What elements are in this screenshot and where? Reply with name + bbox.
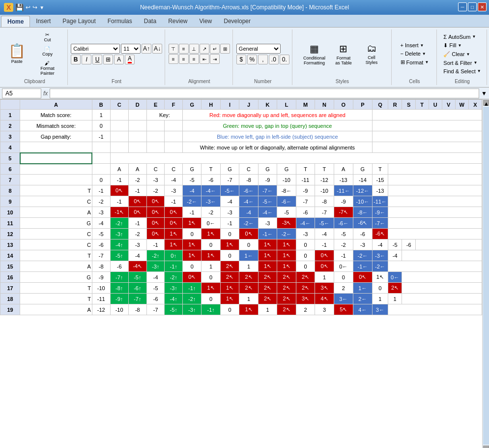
currency-button[interactable]: $ (236, 55, 246, 64)
tab-view[interactable]: View (193, 16, 218, 27)
table-row: 16 G -9 -7↑ -5↑ -4 -2↑ 0↖ 0 2↖ 2↖ 2↖ 2↖ … (0, 272, 482, 283)
format-painter-icon: 🖌 (45, 60, 50, 66)
font-size-select[interactable]: 11 (121, 44, 141, 54)
grid-scroll-area[interactable]: A B C D E F G H I J K L M N O P Q (0, 99, 482, 448)
tab-data[interactable]: Data (138, 16, 162, 27)
table-row: 8 T -1 0↖ -1 -2 -3 -4 -4← -5← -6← -7← -8… (0, 185, 482, 196)
group-clipboard: 📋 Paste ✂ Cut 📄 Copy 🖌 (2, 30, 68, 85)
table-row: 12 C -5 -3↑ -2 0↖ 1↖ 0 1↖ 0 0↖ -1← -2← -… (0, 229, 482, 239)
clear-icon: 🧹 (443, 51, 450, 58)
merge-button[interactable]: ⊞ (220, 44, 230, 54)
maximize-button[interactable]: □ (468, 2, 477, 11)
paste-button[interactable]: 📋 Paste (5, 39, 29, 69)
fill-color-button[interactable]: A (114, 55, 124, 64)
group-font: Calibri 11 A↑ A↓ B I U ⊞ A (69, 30, 165, 85)
copy-button[interactable]: 📄 Copy (30, 45, 64, 58)
fill-button[interactable]: ⬇ Fill ▼ (441, 41, 483, 50)
format-button[interactable]: ⊞ Format ▼ (398, 58, 431, 66)
number-format-select[interactable]: General (236, 44, 281, 54)
format-table-icon: ⊞ (339, 43, 347, 55)
font-color-button[interactable]: A (125, 55, 135, 64)
table-row: 9 C -2 -1 0↖ 0↖ -1 -2← -3← -4 -4← -5← -6… (0, 196, 482, 207)
tab-review[interactable]: Review (162, 16, 193, 27)
cell-reference-input[interactable] (2, 89, 41, 98)
middle-align-button[interactable]: ≡ (179, 44, 189, 54)
group-number: General $ % , .0 0. Number (234, 30, 292, 85)
increase-decimal-button[interactable]: .0 (269, 55, 279, 64)
sum-button[interactable]: Σ AutoSum ▼ (441, 33, 483, 41)
table-row: 1 Match score: 1 Key: Red: move diagonal… (0, 110, 482, 120)
table-row: 10 A -3 -1↖ 0↖ 0↖ 0↖ -1 -2 -3 -4 -4← -5 … (0, 207, 482, 218)
table-row: 15 A -8 -6 -4↖ -3↑ -1↑ 0 1 2↖ 1 1↖ 1↖ 0 … (0, 261, 482, 272)
delete-button[interactable]: − Delete ▼ (398, 50, 431, 58)
increase-font-button[interactable]: A↑ (142, 44, 151, 54)
italic-button[interactable]: I (82, 55, 91, 64)
bold-button[interactable]: B (71, 55, 81, 64)
vertical-scrollbar[interactable]: ▲ ▼ (482, 99, 489, 448)
ribbon-content: 📋 Paste ✂ Cut 📄 Copy 🖌 (0, 27, 489, 87)
tab-developer[interactable]: Developer (218, 16, 257, 27)
percent-button[interactable]: % (247, 55, 257, 64)
table-row: 19 A -12 -10 -8 -7 -5↑ -3↑ -1↑ 0 1↖ 1 2↖… (0, 304, 482, 315)
font-name-select[interactable]: Calibri (71, 44, 120, 54)
cell-styles-button[interactable]: 🗂 Cell Styles (358, 42, 385, 66)
table-row: 17 T -10 -8↑ -6↑ -5 -3↑ -1↑ 1↖ 1↖ 2↖ 2↖ … (0, 283, 482, 294)
tab-insert[interactable]: Insert (30, 16, 57, 27)
table-row: 2 Mismatch score: 0 Green: move up, gap … (0, 120, 482, 131)
decrease-indent-button[interactable]: ⇤ (200, 54, 209, 64)
table-row: 3 Gap penalty: -1 Blue: move left, gap i… (0, 131, 482, 142)
quick-access-toolbar: X 💾 ↩ ↪ ▼ (4, 3, 44, 12)
wrap-text-button[interactable]: ↵ (210, 44, 220, 54)
formula-bar: fx ▼ (0, 88, 489, 99)
find-select-button[interactable]: Find & Select ▼ (441, 67, 483, 75)
minimize-button[interactable]: ─ (458, 2, 467, 11)
bottom-align-button[interactable]: ⊥ (189, 44, 199, 54)
right-align-button[interactable]: ≡ (189, 54, 199, 64)
formula-input[interactable] (50, 89, 479, 98)
table-row: 14 T -7 -5↑ -4 -2↑ 0↑ 1↖ 1↖ 0 1← 1↖ 1↖ 0… (0, 250, 482, 261)
table-row: 18 T -11 -9↑ -7↑ -6 -4↑ -2↑ 0 1↖ 1 2↖ 2↖… (0, 294, 482, 304)
spreadsheet-grid: A B C D E F G H I J K L M N O P Q (0, 99, 482, 315)
conditional-formatting-icon: ▦ (310, 43, 319, 55)
tab-formulas[interactable]: Formulas (102, 16, 138, 27)
copy-icon: 📄 (44, 46, 50, 52)
tab-page-layout[interactable]: Page Layout (57, 16, 101, 27)
tab-home[interactable]: Home (1, 16, 30, 27)
number-label: Number (234, 79, 292, 84)
delete-icon: − (401, 51, 403, 57)
sum-icon: Σ (443, 34, 447, 40)
angle-text-button[interactable]: ↗ (200, 44, 209, 54)
ribbon-tabs: Home Insert Page Layout Formulas Data Re… (0, 15, 489, 27)
fill-icon: ⬇ (443, 42, 448, 49)
underline-button[interactable]: U (92, 55, 102, 64)
format-as-table-button[interactable]: ⊞ Format as Table (330, 42, 357, 66)
group-cells: + Insert ▼ − Delete ▼ ⊞ Format ▼ (393, 30, 437, 85)
table-row: 11 G -4 -2↑ -1 0↖ 0↖ 1↖ 0← -1 -2← -3 -3↖… (0, 218, 482, 229)
format-painter-button[interactable]: 🖌 Format Painter (30, 59, 64, 77)
left-align-button[interactable]: ≡ (169, 54, 178, 64)
decrease-decimal-button[interactable]: 0. (280, 55, 289, 64)
delete-dropdown-arrow: ▼ (422, 52, 426, 56)
cut-button[interactable]: ✂ Cut (30, 30, 64, 44)
top-align-button[interactable]: ⊤ (169, 44, 178, 54)
insert-dropdown-arrow: ▼ (420, 43, 424, 48)
format-icon: ⊞ (401, 59, 405, 65)
table-row: 6 A A C C G T G C G G T T A G (0, 164, 482, 175)
expand-formula-button[interactable]: ▼ (481, 90, 487, 97)
clear-button[interactable]: 🧹 Clear ▼ (441, 50, 483, 59)
comma-button[interactable]: , (258, 55, 268, 64)
table-row: 4 White: move up or left or diagonally, … (0, 142, 482, 153)
increase-indent-button[interactable]: ⇥ (210, 54, 220, 64)
cell-styles-icon: 🗂 (367, 43, 376, 54)
insert-button[interactable]: + Insert ▼ (398, 41, 431, 49)
border-button[interactable]: ⊞ (103, 55, 113, 64)
decrease-font-button[interactable]: A↓ (152, 44, 162, 54)
conditional-formatting-button[interactable]: ▦ Conditional Formatting (299, 42, 329, 66)
close-button[interactable]: ✕ (478, 2, 487, 11)
ribbon: Home Insert Page Layout Formulas Data Re… (0, 15, 489, 88)
cells-label: Cells (393, 79, 436, 84)
center-align-button[interactable]: ≡ (179, 54, 189, 64)
alignment-label: Alignment (166, 79, 232, 84)
sort-filter-button[interactable]: Sort & Filter ▼ (441, 59, 483, 67)
table-row: 7 0 -1 -2 -3 -4 -5 -6 -7 -8 -9 -10 -11 -… (0, 175, 482, 185)
